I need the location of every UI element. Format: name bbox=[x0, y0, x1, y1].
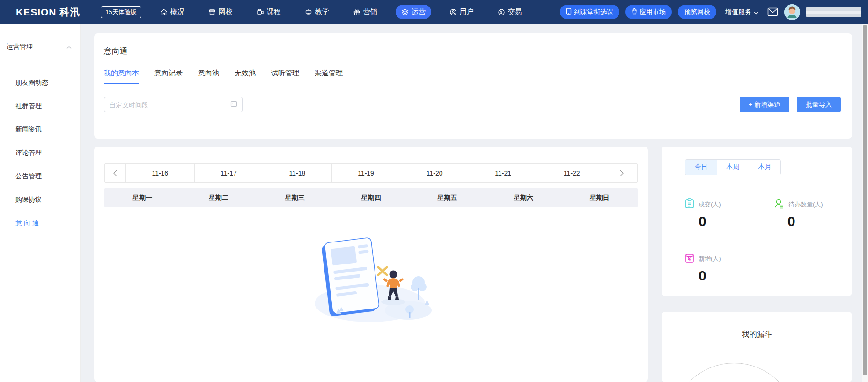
tab-intention-records[interactable]: 意向记录 bbox=[154, 69, 183, 84]
nav-item-label: 交易 bbox=[508, 7, 522, 16]
nav-item-course[interactable]: 课程 bbox=[251, 5, 287, 19]
next-week-button[interactable] bbox=[606, 164, 637, 182]
calendar-card: 11-16 11-17 11-18 11-19 11-20 11-21 11-2… bbox=[94, 147, 648, 382]
main-nav: 概况 网校 课程 教学 营销 运营 用户 交易 bbox=[154, 5, 528, 19]
navbar-right-cluster: 到课堂街选课 应用市场 预览网校 增值服务 bbox=[560, 0, 861, 24]
sidebar-item-purchase-agreement[interactable]: 购课协议 bbox=[0, 188, 80, 211]
app-logo: KESION 科汛 bbox=[16, 6, 80, 19]
sidebar: 运营管理 朋友圈动态 社群管理 新闻资讯 评论管理 公告管理 购课协议 意向通 bbox=[0, 24, 81, 382]
date-cell[interactable]: 11-18 bbox=[263, 164, 331, 182]
sidebar-group-title: 运营管理 bbox=[7, 43, 33, 51]
sidebar-item-announcements[interactable]: 公告管理 bbox=[0, 164, 80, 188]
sidebar-item-news[interactable]: 新闻资讯 bbox=[0, 118, 80, 141]
button-label: 到课堂街选课 bbox=[574, 8, 613, 16]
calendar-icon bbox=[230, 100, 237, 109]
value-added-services-menu[interactable]: 增值服务 bbox=[725, 8, 758, 16]
main-content: 意向通 我的意向本 意向记录 意向池 无效池 试听管理 渠道管理 + 新增渠道 … bbox=[81, 24, 868, 382]
filter-row: + 新增渠道 批量导入 bbox=[104, 97, 841, 112]
home-icon bbox=[160, 8, 168, 16]
weekday-label: 星期日 bbox=[561, 188, 638, 207]
sidebar-item-intention[interactable]: 意向通 bbox=[0, 211, 80, 235]
app-market-button[interactable]: 应用市场 bbox=[625, 5, 672, 19]
prev-week-button[interactable] bbox=[105, 164, 125, 182]
tab-my-intention-book[interactable]: 我的意向本 bbox=[104, 69, 139, 84]
button-label: 应用市场 bbox=[640, 8, 666, 16]
nav-item-marketing[interactable]: 营销 bbox=[347, 5, 383, 19]
batch-import-button[interactable]: 批量导入 bbox=[797, 97, 841, 112]
stat-value: 0 bbox=[699, 268, 774, 284]
period-tab-week[interactable]: 本周 bbox=[717, 160, 749, 175]
tab-channel-management[interactable]: 渠道管理 bbox=[315, 69, 343, 84]
phone-icon bbox=[566, 8, 572, 16]
date-cell[interactable]: 11-17 bbox=[194, 164, 263, 182]
weekday-label: 星期五 bbox=[409, 188, 485, 207]
date-range-input[interactable] bbox=[109, 101, 230, 109]
stat-label: 成交(人) bbox=[699, 200, 721, 209]
shop-bag-icon bbox=[632, 8, 637, 16]
funnel-card: 我的漏斗 bbox=[662, 312, 852, 382]
stat-value: 0 bbox=[787, 213, 852, 229]
date-cell[interactable]: 11-21 bbox=[469, 164, 537, 182]
layers-icon bbox=[401, 8, 409, 16]
sidebar-group-operation[interactable]: 运营管理 bbox=[0, 43, 80, 51]
sidebar-items: 朋友圈动态 社群管理 新闻资讯 评论管理 公告管理 购课协议 意向通 bbox=[0, 71, 80, 235]
date-cell[interactable]: 11-22 bbox=[537, 164, 606, 182]
nav-item-label: 教学 bbox=[315, 7, 329, 16]
sidebar-item-comments[interactable]: 评论管理 bbox=[0, 141, 80, 164]
stat-label: 待办数量(人) bbox=[788, 200, 823, 209]
nav-item-label: 概况 bbox=[170, 7, 184, 16]
date-strip: 11-16 11-17 11-18 11-19 11-20 11-21 11-2… bbox=[104, 163, 638, 183]
stats-card: 今日 本周 本月 成交(人) 0 bbox=[662, 147, 852, 296]
nav-item-operation[interactable]: 运营 bbox=[396, 5, 431, 19]
date-range-picker[interactable] bbox=[104, 97, 243, 112]
period-tab-month[interactable]: 本月 bbox=[749, 160, 780, 175]
camera-icon bbox=[257, 8, 264, 16]
nav-item-users[interactable]: 用户 bbox=[444, 5, 479, 19]
user-circle-icon bbox=[449, 8, 457, 16]
date-cell[interactable]: 11-16 bbox=[125, 164, 194, 182]
period-segmented-control: 今日 本周 本月 bbox=[685, 159, 781, 175]
button-label: 预览网校 bbox=[684, 8, 710, 16]
page-layout: 运营管理 朋友圈动态 社群管理 新闻资讯 评论管理 公告管理 购课协议 意向通 … bbox=[0, 24, 868, 382]
tab-invalid-pool[interactable]: 无效池 bbox=[235, 69, 256, 84]
scrollbar-thumb[interactable] bbox=[863, 25, 867, 375]
weekday-label: 星期二 bbox=[181, 188, 257, 207]
avatar[interactable] bbox=[784, 4, 800, 20]
weekday-label: 星期一 bbox=[104, 188, 181, 207]
stat-label: 新增(人) bbox=[699, 255, 721, 263]
right-column: 今日 本周 本月 成交(人) 0 bbox=[662, 147, 852, 382]
weekday-label: 星期六 bbox=[485, 188, 562, 207]
todo-user-icon bbox=[774, 198, 784, 211]
sidebar-item-community[interactable]: 社群管理 bbox=[0, 94, 80, 118]
clipboard-icon bbox=[685, 198, 694, 211]
nav-item-teaching[interactable]: 教学 bbox=[299, 5, 335, 19]
nav-item-overview[interactable]: 概况 bbox=[154, 5, 190, 19]
scrollbar-track bbox=[862, 24, 868, 382]
nav-item-school[interactable]: 网校 bbox=[203, 5, 238, 19]
chevron-up-icon bbox=[66, 43, 72, 51]
date-cell[interactable]: 11-20 bbox=[400, 164, 469, 182]
nav-item-trade[interactable]: 交易 bbox=[492, 5, 528, 19]
content-row: 11-16 11-17 11-18 11-19 11-20 11-21 11-2… bbox=[94, 147, 852, 382]
weekday-row: 星期一 星期二 星期三 星期四 星期五 星期六 星期日 bbox=[104, 188, 638, 207]
nav-item-label: 网校 bbox=[219, 7, 233, 16]
tab-trial-management[interactable]: 试听管理 bbox=[271, 69, 299, 84]
trial-version-badge: 15天体验版 bbox=[101, 6, 141, 18]
period-tab-today[interactable]: 今日 bbox=[685, 160, 717, 175]
funnel-chart-placeholder bbox=[671, 363, 797, 382]
add-channel-button[interactable]: + 新增渠道 bbox=[740, 97, 789, 112]
weekday-label: 星期三 bbox=[257, 188, 333, 207]
go-class-street-button[interactable]: 到课堂街选课 bbox=[560, 5, 619, 19]
stat-new: 新增(人) 0 bbox=[685, 253, 774, 284]
weekday-label: 星期四 bbox=[333, 188, 409, 207]
chevron-down-icon bbox=[754, 8, 758, 16]
tab-intention-pool[interactable]: 意向池 bbox=[198, 69, 219, 84]
mail-icon[interactable] bbox=[767, 7, 778, 16]
sidebar-item-moments[interactable]: 朋友圈动态 bbox=[0, 71, 80, 94]
nav-item-label: 运营 bbox=[412, 7, 426, 16]
preview-school-button[interactable]: 预览网校 bbox=[678, 5, 716, 19]
date-cell[interactable]: 11-19 bbox=[331, 164, 400, 182]
funnel-title: 我的漏斗 bbox=[662, 312, 852, 339]
page-title: 意向通 bbox=[104, 33, 841, 57]
stat-deals: 成交(人) 0 bbox=[685, 198, 774, 229]
